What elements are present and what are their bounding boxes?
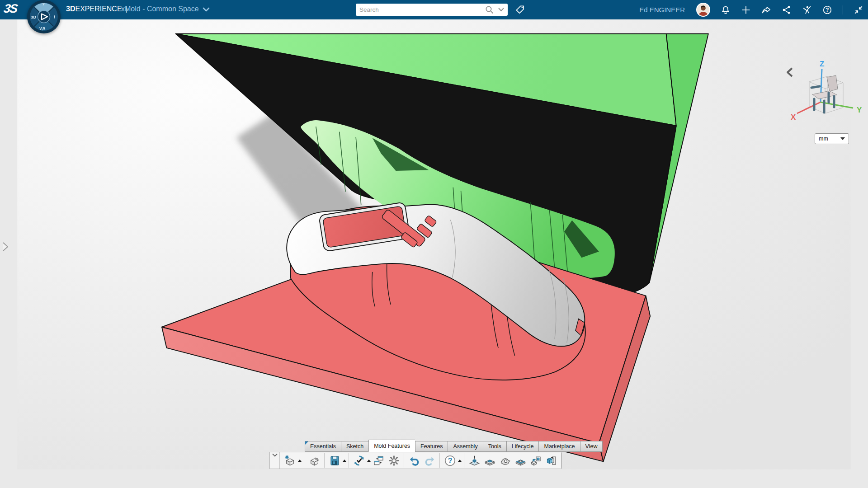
mold-core-button[interactable] (482, 453, 497, 468)
tab-tools[interactable]: Tools (483, 441, 506, 452)
mold-insert-button[interactable] (543, 453, 559, 468)
3dexperience-compass-icon[interactable]: 3D V,R Y i (26, 0, 61, 34)
tag-icon[interactable] (514, 4, 526, 16)
view-orientation-triad[interactable]: Z X Y (789, 59, 866, 127)
tab-view[interactable]: View (580, 441, 603, 452)
notifications-bell-icon[interactable] (721, 5, 731, 15)
user-name[interactable]: Ed ENGINEER (639, 6, 685, 14)
toolbar-group: ? (440, 452, 464, 469)
toolbar-group (404, 452, 439, 469)
tab-features[interactable]: Features (415, 441, 448, 452)
units-value: mm (819, 136, 828, 142)
search-input[interactable] (356, 6, 485, 13)
expand-left-panel-icon[interactable] (1, 241, 10, 254)
settings-gear-button[interactable] (386, 453, 401, 468)
mold-patch-button[interactable] (497, 453, 513, 468)
add-plus-icon[interactable] (741, 5, 751, 15)
update-button[interactable] (351, 453, 367, 468)
mold-assembly-scene[interactable] (0, 19, 868, 488)
svg-text:?: ? (826, 7, 829, 13)
mold-components-button[interactable] (528, 453, 543, 468)
dropdown-caret-icon[interactable] (342, 453, 346, 468)
ribbon-tabstrip: EssentialsSketchMold FeaturesFeaturesAss… (305, 441, 603, 452)
units-dropdown[interactable]: mm (815, 133, 849, 144)
compass-vr-label: V,R (39, 26, 45, 31)
tab-mold-features[interactable]: Mold Features (368, 440, 415, 452)
tab-sketch[interactable]: Sketch (341, 441, 368, 452)
topbar-divider (843, 5, 843, 14)
search-icon[interactable] (485, 5, 494, 14)
minimize-window-icon[interactable] (854, 5, 863, 15)
help-button[interactable]: ? (442, 453, 458, 468)
tab-essentials[interactable]: Essentials (305, 441, 341, 452)
user-avatar[interactable] (696, 3, 710, 17)
redo-button[interactable] (422, 453, 437, 468)
share-arrow-icon[interactable] (761, 5, 771, 15)
toolbar-group (280, 452, 304, 469)
toolbar-group (304, 452, 324, 469)
compass-swym-label: Y (42, 2, 45, 6)
toolbar-group (349, 452, 404, 469)
brand-rest: EXPERIENCE (75, 5, 122, 13)
new-part-button[interactable] (282, 453, 297, 468)
axis-x-label: X (791, 113, 796, 122)
mold-cavity-button[interactable] (513, 453, 528, 468)
3d-viewport[interactable]: Z X Y mm (0, 19, 868, 488)
dropdown-caret-icon[interactable] (367, 453, 371, 468)
svg-text:?: ? (448, 457, 452, 465)
share-nodes-icon[interactable] (782, 5, 792, 15)
tab-assembly[interactable]: Assembly (448, 441, 482, 452)
dassault-systemes-logo: 3S (2, 2, 25, 18)
search-options-chevron-icon[interactable] (498, 8, 504, 12)
top-app-bar: 3S 3D V,R Y i 3DEXPERIENCE| xMold - Comm… (0, 0, 868, 19)
save-button[interactable] (327, 453, 342, 468)
view-triad-chair (811, 75, 838, 113)
toolbar-collapse-icon[interactable] (270, 452, 280, 469)
global-search (356, 4, 508, 16)
undo-button[interactable] (406, 453, 422, 468)
ribbon-toolbar: ? (269, 452, 562, 469)
chevron-down-icon (203, 7, 210, 12)
app-title-text: xMold - Common Space (121, 5, 199, 13)
swym-community-icon[interactable] (802, 5, 812, 15)
axis-y-label: Y (857, 106, 862, 114)
toolbar-group (325, 452, 349, 469)
tab-lifecycle[interactable]: Lifecycle (506, 441, 539, 452)
axis-z-label: Z (820, 60, 824, 68)
dropdown-caret-icon[interactable] (458, 453, 462, 468)
toolbar-group (464, 452, 561, 469)
tab-marketplace[interactable]: Marketplace (538, 441, 580, 452)
mold-open-button[interactable] (467, 453, 482, 468)
compass-3d-label: 3D (31, 14, 36, 19)
chevron-down-icon (840, 137, 845, 140)
brand-bold: 3D (66, 5, 75, 13)
help-circle-icon[interactable]: ? (822, 5, 832, 15)
brand-title: 3DEXPERIENCE| (66, 5, 127, 13)
dropdown-caret-icon[interactable] (297, 453, 302, 468)
swap-window-button[interactable] (371, 453, 386, 468)
open-part-button[interactable] (307, 453, 322, 468)
app-context-switcher[interactable]: xMold - Common Space (121, 5, 210, 13)
